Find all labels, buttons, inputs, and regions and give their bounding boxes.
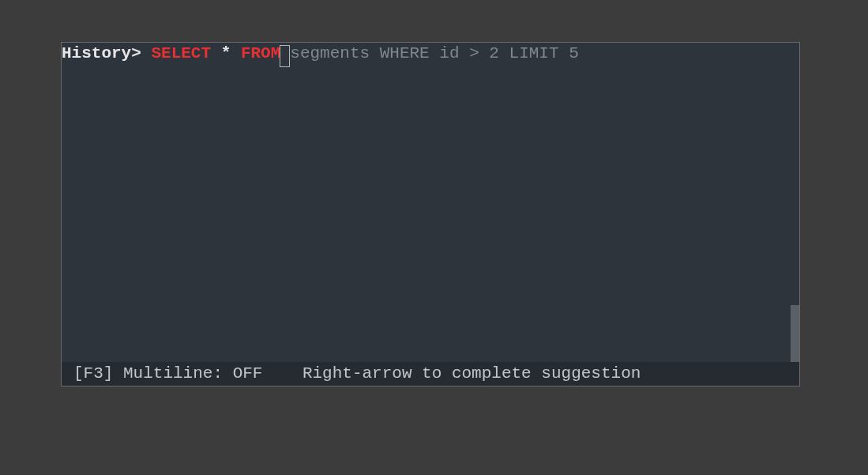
sql-star: * — [221, 44, 231, 62]
terminal-content[interactable]: History> SELECT * FROMsegments WHERE id … — [62, 43, 799, 362]
input-line[interactable]: History> SELECT * FROMsegments WHERE id … — [62, 43, 579, 65]
autocomplete-suggestion: segments WHERE id > 2 LIMIT 5 — [290, 44, 578, 62]
scrollbar-thumb[interactable] — [791, 305, 799, 362]
multiline-status: [F3] Multiline: OFF — [73, 364, 262, 383]
cursor — [280, 45, 290, 67]
completion-hint: Right-arrow to complete suggestion — [302, 364, 641, 383]
sql-keyword-from: FROM — [241, 44, 280, 62]
sql-keyword-select: SELECT — [151, 44, 211, 62]
sql-sep — [211, 44, 221, 62]
prompt-label: History> — [62, 44, 151, 62]
status-bar: [F3] Multiline: OFF Right-arrow to compl… — [62, 362, 799, 386]
terminal-window: History> SELECT * FROMsegments WHERE id … — [61, 42, 800, 386]
status-gap — [262, 364, 302, 383]
sql-sep — [231, 44, 241, 62]
